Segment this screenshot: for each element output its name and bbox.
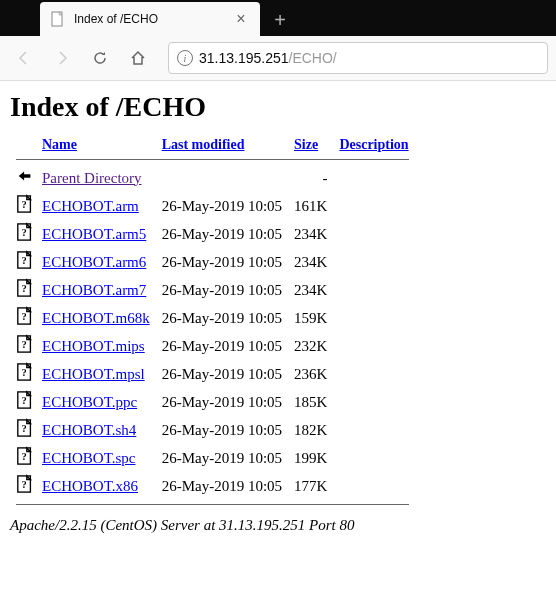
file-row: ?ECHOBOT.mips26-May-2019 10:05232K <box>10 332 415 360</box>
arrow-left-icon <box>16 50 32 66</box>
col-modified[interactable]: Last modified <box>162 137 245 152</box>
unknown-file-icon: ? <box>16 194 34 214</box>
new-tab-button[interactable]: + <box>264 4 296 36</box>
svg-text:?: ? <box>22 255 27 266</box>
file-modified: 26-May-2019 10:05 <box>156 416 288 444</box>
svg-text:?: ? <box>22 451 27 462</box>
file-link[interactable]: ECHOBOT.x86 <box>42 478 138 494</box>
unknown-file-icon: ? <box>16 278 34 298</box>
file-row: ?ECHOBOT.sh426-May-2019 10:05182K <box>10 416 415 444</box>
file-link[interactable]: ECHOBOT.arm <box>42 198 139 214</box>
file-size: 234K <box>288 220 333 248</box>
col-description[interactable]: Description <box>339 137 408 152</box>
file-row: ?ECHOBOT.m68k26-May-2019 10:05159K <box>10 304 415 332</box>
file-size: 234K <box>288 276 333 304</box>
file-row: ?ECHOBOT.x8626-May-2019 10:05177K <box>10 472 415 500</box>
file-row: ?ECHOBOT.arm726-May-2019 10:05234K <box>10 276 415 304</box>
file-size: 232K <box>288 332 333 360</box>
parent-size: - <box>288 164 333 192</box>
unknown-file-icon: ? <box>16 418 34 438</box>
tab-title: Index of /ECHO <box>74 12 232 26</box>
file-link[interactable]: ECHOBOT.arm6 <box>42 254 146 270</box>
file-row: ?ECHOBOT.ppc26-May-2019 10:05185K <box>10 388 415 416</box>
unknown-file-icon: ? <box>16 446 34 466</box>
tab-close-icon[interactable]: × <box>232 10 250 28</box>
file-modified: 26-May-2019 10:05 <box>156 304 288 332</box>
svg-text:?: ? <box>22 395 27 406</box>
svg-text:?: ? <box>22 339 27 350</box>
file-size: 185K <box>288 388 333 416</box>
tab-active[interactable]: Index of /ECHO × <box>40 2 260 36</box>
unknown-file-icon: ? <box>16 362 34 382</box>
file-modified: 26-May-2019 10:05 <box>156 360 288 388</box>
file-modified: 26-May-2019 10:05 <box>156 472 288 500</box>
file-size: 159K <box>288 304 333 332</box>
url-text: 31.13.195.251/ECHO/ <box>199 50 337 66</box>
parent-directory-link[interactable]: Parent Directory <box>42 170 142 186</box>
unknown-file-icon: ? <box>16 306 34 326</box>
divider <box>16 504 409 505</box>
toolbar: i 31.13.195.251/ECHO/ <box>0 36 556 80</box>
file-modified: 26-May-2019 10:05 <box>156 444 288 472</box>
reload-button[interactable] <box>84 42 116 74</box>
back-button[interactable] <box>8 42 40 74</box>
file-size: 161K <box>288 192 333 220</box>
file-row: ?ECHOBOT.arm26-May-2019 10:05161K <box>10 192 415 220</box>
unknown-file-icon: ? <box>16 222 34 242</box>
server-footer: Apache/2.2.15 (CentOS) Server at 31.13.1… <box>10 517 546 534</box>
file-link[interactable]: ECHOBOT.sh4 <box>42 422 136 438</box>
file-link[interactable]: ECHOBOT.arm5 <box>42 226 146 242</box>
reload-icon <box>92 50 108 66</box>
browser-chrome: Index of /ECHO × + i 31.13.195.251/ECHO/ <box>0 0 556 81</box>
file-link[interactable]: ECHOBOT.arm7 <box>42 282 146 298</box>
directory-listing: Name Last modified Size Description Pare… <box>10 135 415 509</box>
parent-row: Parent Directory - <box>10 164 415 192</box>
col-name[interactable]: Name <box>42 137 77 152</box>
home-button[interactable] <box>122 42 154 74</box>
file-size: 234K <box>288 248 333 276</box>
file-modified: 26-May-2019 10:05 <box>156 192 288 220</box>
home-icon <box>130 50 146 66</box>
svg-text:?: ? <box>22 367 27 378</box>
file-modified: 26-May-2019 10:05 <box>156 276 288 304</box>
file-modified: 26-May-2019 10:05 <box>156 220 288 248</box>
file-link[interactable]: ECHOBOT.ppc <box>42 394 137 410</box>
svg-text:?: ? <box>22 199 27 210</box>
file-modified: 26-May-2019 10:05 <box>156 248 288 276</box>
svg-text:?: ? <box>22 423 27 434</box>
info-icon[interactable]: i <box>177 50 193 66</box>
file-size: 177K <box>288 472 333 500</box>
unknown-file-icon: ? <box>16 390 34 410</box>
file-link[interactable]: ECHOBOT.m68k <box>42 310 150 326</box>
header-row: Name Last modified Size Description <box>10 135 415 155</box>
unknown-file-icon: ? <box>16 334 34 354</box>
file-row: ?ECHOBOT.arm526-May-2019 10:05234K <box>10 220 415 248</box>
file-row: ?ECHOBOT.mpsl26-May-2019 10:05236K <box>10 360 415 388</box>
svg-text:?: ? <box>22 479 27 490</box>
divider <box>16 159 409 160</box>
page-content: Index of /ECHO Name Last modified Size D… <box>0 81 556 544</box>
file-size: 182K <box>288 416 333 444</box>
forward-button[interactable] <box>46 42 78 74</box>
file-modified: 26-May-2019 10:05 <box>156 332 288 360</box>
svg-text:?: ? <box>22 283 27 294</box>
tab-bar: Index of /ECHO × + <box>0 0 556 36</box>
file-size: 236K <box>288 360 333 388</box>
unknown-file-icon: ? <box>16 474 34 494</box>
file-link[interactable]: ECHOBOT.spc <box>42 450 135 466</box>
file-modified: 26-May-2019 10:05 <box>156 388 288 416</box>
svg-text:?: ? <box>22 227 27 238</box>
file-link[interactable]: ECHOBOT.mips <box>42 338 145 354</box>
url-bar[interactable]: i 31.13.195.251/ECHO/ <box>168 42 548 74</box>
col-size[interactable]: Size <box>294 137 318 152</box>
file-row: ?ECHOBOT.arm626-May-2019 10:05234K <box>10 248 415 276</box>
arrow-right-icon <box>54 50 70 66</box>
file-row: ?ECHOBOT.spc26-May-2019 10:05199K <box>10 444 415 472</box>
back-arrow-icon <box>16 166 34 186</box>
tab-favicon-icon <box>50 11 66 27</box>
svg-text:?: ? <box>22 311 27 322</box>
page-title: Index of /ECHO <box>10 91 546 123</box>
file-size: 199K <box>288 444 333 472</box>
file-link[interactable]: ECHOBOT.mpsl <box>42 366 145 382</box>
unknown-file-icon: ? <box>16 250 34 270</box>
